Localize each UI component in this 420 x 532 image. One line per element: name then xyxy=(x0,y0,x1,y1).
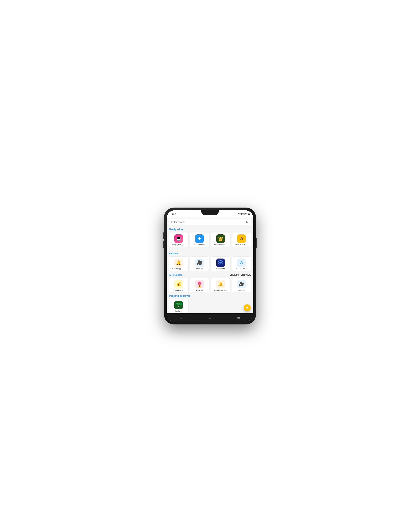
newly-added-header: Newly added xyxy=(167,226,253,231)
list-item[interactable]: 💰 Papa Earn 2 xyxy=(169,278,189,293)
notch-cutout xyxy=(201,210,219,215)
app-icon-papa-earn: 💰 xyxy=(174,280,183,289)
globe-icon: ⊕ xyxy=(175,213,176,215)
status-right: 74% 06:21 xyxy=(238,213,250,215)
list-item[interactable]: 🎹 Magic_Tiles_y... xyxy=(169,232,189,247)
all-projects-grid: 💰 Papa Earn 2 ⚠️ R xyxy=(167,277,253,293)
list-item[interactable]: 🎥 Video Mts xyxy=(190,257,210,271)
svg-line-1 xyxy=(248,223,249,223)
app-label: Update App Di... xyxy=(214,289,227,291)
verified-grid: 🔔 Update App Di... 🎥 Video Mts xyxy=(167,256,253,272)
list-item[interactable]: 👑 BGMI HOST V... xyxy=(210,232,230,247)
app-icon-bgmi: 👑 xyxy=(216,234,225,243)
app-icon-injector: ℌ xyxy=(237,234,246,243)
status-icons-left: ◄ 🖼 ⊕ xyxy=(170,213,176,215)
list-item[interactable]: Pr downloader xyxy=(190,232,210,247)
app-icon-commutify xyxy=(216,258,225,267)
list-item[interactable]: 🔔 Update App Di... xyxy=(210,278,230,293)
app-icon-video-mts-2: 🎥 xyxy=(237,280,246,289)
search-input[interactable] xyxy=(171,221,246,224)
svg-text:💰: 💰 xyxy=(176,281,181,287)
list-item[interactable]: W IMJ STORE+ xyxy=(232,257,252,271)
search-bar[interactable] xyxy=(169,219,251,225)
svg-point-0 xyxy=(246,221,248,223)
all-projects-header: All projects xyxy=(169,274,183,276)
search-icon xyxy=(246,220,249,224)
phone-device: ◄ 🖼 ⊕ 74% 06:21 xyxy=(164,208,256,324)
pending-approval-header: Pending approval xyxy=(167,293,253,298)
app-label: Commutify xyxy=(216,268,225,270)
app-label: Video Mts xyxy=(238,289,245,291)
fab-button[interactable]: + xyxy=(244,304,251,311)
clock: 06:21 xyxy=(245,213,250,215)
all-projects-row: All projects CLICK FOR GRID VIEW xyxy=(167,272,253,277)
app-label: INJECTOR HA... xyxy=(235,243,248,246)
volume-up-button[interactable] xyxy=(163,232,164,239)
bottom-navigation: ◁ ⌂ ▭ xyxy=(167,313,253,322)
app-icon-video-mts: 🎥 xyxy=(195,258,204,267)
battery-icon xyxy=(241,213,244,215)
app-label: Papa Earn 2 xyxy=(174,289,183,291)
status-bar: ◄ 🖼 ⊕ 74% 06:21 xyxy=(167,210,253,217)
list-item[interactable]: 🎥 Video Mts xyxy=(232,278,252,293)
list-item[interactable]: ℌ INJECTOR HA... xyxy=(232,232,252,247)
app-icon-update-bell-2: 🔔 xyxy=(216,280,225,289)
back-button[interactable]: ◁ xyxy=(176,314,186,321)
app-icon-update-bell: 🔔 xyxy=(174,258,183,267)
svg-text:⚠️: ⚠️ xyxy=(198,284,201,288)
volume-down-button[interactable] xyxy=(163,241,164,248)
app-icon-imj-store: W xyxy=(237,258,246,267)
app-icon-pr-downloader xyxy=(195,234,204,243)
svg-text:W: W xyxy=(240,260,243,265)
app-label: BGMI HOST V... xyxy=(214,243,227,246)
phone-screen: ◄ 🖼 ⊕ 74% 06:21 xyxy=(167,210,253,322)
svg-text:HACKER: HACKER xyxy=(175,303,183,305)
app-label: Video Mts xyxy=(196,268,203,270)
battery-indicator: 74% xyxy=(238,213,244,215)
app-label: Magic_Tiles_y... xyxy=(172,243,185,246)
list-item[interactable]: Commutify xyxy=(210,257,230,271)
newly-added-grid: 🎹 Magic_Tiles_y... Pr downloader xyxy=(167,231,253,248)
app-icon-magic-tiles: 🎹 xyxy=(174,234,183,243)
fab-add-icon[interactable]: + xyxy=(244,304,251,311)
app-label: Pr downloader xyxy=(194,243,205,246)
app-icon-rona: ⚠️ xyxy=(195,280,204,289)
app-icon-hacker: HACKER ☠️ xyxy=(174,301,183,309)
svg-point-9 xyxy=(220,262,221,263)
svg-text:👑: 👑 xyxy=(218,237,223,241)
list-item[interactable]: 🔔 Update App Di... xyxy=(169,257,189,271)
nav-icon: ◄ xyxy=(170,213,171,215)
app-content[interactable]: Newly added 🎹 Magic_Tiles_y... xyxy=(167,217,253,313)
verified-header: Verified xyxy=(167,250,253,256)
app-label: Rona 19 xyxy=(196,289,203,291)
image-icon: 🖼 xyxy=(172,213,174,215)
screen-content: ◄ 🖼 ⊕ 74% 06:21 xyxy=(167,210,253,322)
battery-percent: 74% xyxy=(238,213,241,215)
recents-button[interactable]: ▭ xyxy=(233,314,244,321)
app-label: Hacker... xyxy=(175,310,182,312)
list-item[interactable]: HACKER ☠️ Hacker... xyxy=(169,299,189,313)
svg-text:☠️: ☠️ xyxy=(178,305,180,307)
home-button[interactable]: ⌂ xyxy=(205,314,215,321)
power-button[interactable] xyxy=(256,238,257,248)
app-label: Update App Di... xyxy=(172,268,185,270)
list-item[interactable]: ⚠️ Rona 19 xyxy=(190,278,210,293)
app-label: IMJ STORE+ xyxy=(237,268,247,270)
grid-view-button[interactable]: CLICK FOR GRID VIEW xyxy=(230,274,251,276)
svg-rect-17 xyxy=(174,301,183,309)
pending-approval-grid: HACKER ☠️ Hacker... xyxy=(167,298,253,313)
